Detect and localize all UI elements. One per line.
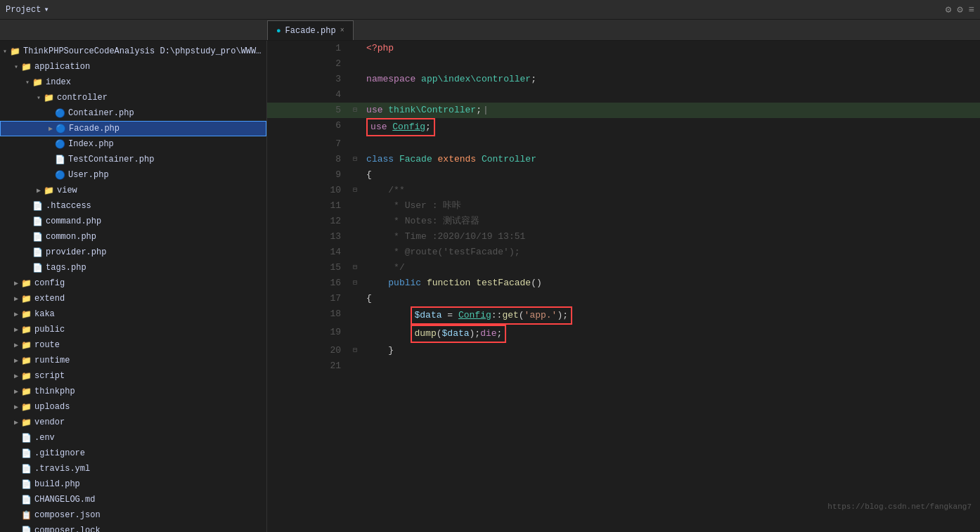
tree-label: route (34, 340, 60, 350)
tree-label: CHANGELOG.md (34, 495, 95, 505)
tree-arrow: ▶ (46, 124, 56, 133)
folder-icon: 📁 (21, 294, 32, 304)
tree-item-provider.php[interactable]: 📄provider.php (0, 245, 266, 260)
tree-item-index[interactable]: ▾📁index (0, 74, 266, 90)
code-line-2: 2 (267, 56, 980, 72)
gutter (349, 41, 361, 56)
gutter: ⊟ (349, 103, 361, 118)
line-number: 3 (267, 72, 349, 87)
tree-item-controller[interactable]: ▾📁controller (0, 90, 266, 105)
gutter (349, 87, 361, 103)
line-number: 1 (267, 41, 349, 56)
tree-item-.htaccess[interactable]: 📄.htaccess (0, 198, 266, 214)
code-editor[interactable]: 1<?php23namespace app\index\controller;4… (267, 41, 980, 532)
code-line-6: 6use Config; (267, 118, 980, 136)
tree-item-.env[interactable]: 📄.env (0, 430, 266, 446)
code-line-17: 17{ (267, 291, 980, 306)
folder-icon: 📁 (44, 93, 54, 103)
line-number: 2 (267, 56, 349, 72)
code-line-12: 12 * Notes: 测试容器 (267, 214, 980, 229)
tree-arrow: ▶ (11, 387, 21, 396)
tree-label: thinkphp (34, 387, 75, 396)
config-icon: 📄 (21, 479, 32, 490)
gutter (349, 291, 361, 306)
tree-item-User.php[interactable]: 🔵User.php (0, 167, 266, 183)
tree-label: application (34, 62, 90, 72)
tree-item-extend[interactable]: ▶📁extend (0, 291, 266, 306)
tree-label: config (34, 278, 65, 288)
tab-close-button[interactable]: × (340, 27, 344, 34)
title-icons: ⚙ ⚙ ≡ (946, 4, 974, 15)
line-content (361, 136, 980, 152)
tree-item-runtime[interactable]: ▶📁runtime (0, 353, 266, 368)
tree-item-.travis.yml[interactable]: 📄.travis.yml (0, 461, 266, 476)
folder-icon: 📁 (10, 46, 20, 57)
json-icon: 📋 (21, 510, 32, 521)
tree-label: view (57, 186, 77, 195)
code-line-11: 11 * User : 咔咔 (267, 198, 980, 214)
tree-label: vendor (34, 417, 65, 427)
folder-icon: 📁 (21, 340, 32, 351)
tree-item-view[interactable]: ▶📁view (0, 183, 266, 198)
tree-label: .htaccess (46, 201, 91, 211)
line-number: 21 (267, 358, 349, 374)
tree-item-build.php[interactable]: 📄build.php (0, 476, 266, 492)
project-dropdown[interactable]: ▾ (44, 4, 49, 15)
code-line-21: 21 (267, 358, 980, 374)
yaml-icon: 📄 (21, 464, 32, 474)
tree-item-public[interactable]: ▶📁public (0, 322, 266, 337)
line-number: 4 (267, 87, 349, 103)
line-content: { (361, 167, 980, 183)
folder-icon: 📁 (21, 278, 32, 289)
md-icon: 📄 (21, 495, 32, 505)
folder-icon: 📁 (21, 309, 32, 320)
settings2-icon[interactable]: ⚙ (957, 4, 962, 15)
tree-arrow: ▶ (11, 279, 21, 287)
tree-label: TestContainer.php (68, 155, 154, 164)
line-content: $data = Config::get('app.'); (361, 306, 980, 325)
gutter: ⊟ (349, 152, 361, 167)
line-number: 7 (267, 136, 349, 152)
settings-icon[interactable]: ⚙ (946, 4, 951, 15)
tree-item-CHANGELOG.md[interactable]: 📄CHANGELOG.md (0, 492, 266, 507)
tree-item-.gitignore[interactable]: 📄.gitignore (0, 446, 266, 461)
tree-item-composer.json[interactable]: 📋composer.json (0, 507, 266, 523)
tree-item-Index.php[interactable]: 🔵Index.php (0, 136, 266, 152)
tab-facade[interactable]: ● Facade.php × (267, 20, 354, 40)
folder-icon: 📁 (21, 325, 32, 335)
gutter: ⊟ (349, 343, 361, 358)
tree-label: provider.php (46, 247, 106, 257)
tree-arrow: ▶ (34, 186, 44, 195)
gutter (349, 306, 361, 325)
tree-item-Container.php[interactable]: 🔵Container.php (0, 105, 266, 121)
code-line-18: 18 $data = Config::get('app.'); (267, 306, 980, 325)
tree-item-application[interactable]: ▾📁application (0, 59, 266, 74)
tree-item-common.php[interactable]: 📄common.php (0, 229, 266, 245)
tab-label: Facade.php (285, 26, 336, 36)
tree-item-thinkphp[interactable]: ▶📁thinkphp (0, 384, 266, 399)
tree-item-config[interactable]: ▶📁config (0, 275, 266, 291)
line-number: 10 (267, 183, 349, 198)
menu-icon[interactable]: ≡ (969, 4, 974, 15)
tree-item-root[interactable]: ▾📁ThinkPHPSourceCodeAnalysis D:\phpstudy… (0, 44, 266, 59)
tree-item-command.php[interactable]: 📄command.php (0, 214, 266, 229)
line-number: 19 (267, 325, 349, 343)
tree-item-composer.lock[interactable]: 📄composer.lock (0, 523, 266, 532)
tree-item-script[interactable]: ▶📁script (0, 368, 266, 384)
gutter: ⊟ (349, 183, 361, 198)
tree-item-tags.php[interactable]: 📄tags.php (0, 260, 266, 275)
line-content: class Facade extends Controller (361, 152, 980, 167)
line-number: 13 (267, 229, 349, 245)
tree-item-Facade.php[interactable]: ▶🔵Facade.php (0, 121, 266, 136)
tree-item-TestContainer.php[interactable]: 📄TestContainer.php (0, 152, 266, 167)
tree-item-vendor[interactable]: ▶📁vendor (0, 415, 266, 430)
php-icon: 🔵 (55, 139, 65, 150)
tree-item-route[interactable]: ▶📁route (0, 337, 266, 353)
tree-item-uploads[interactable]: ▶📁uploads (0, 399, 266, 415)
gutter (349, 245, 361, 260)
code-table: 1<?php23namespace app\index\controller;4… (267, 41, 980, 374)
tree-arrow: ▶ (11, 356, 21, 365)
code-line-16: 16⊟ public function testFacade() (267, 275, 980, 291)
line-number: 18 (267, 306, 349, 325)
tree-item-kaka[interactable]: ▶📁kaka (0, 306, 266, 322)
